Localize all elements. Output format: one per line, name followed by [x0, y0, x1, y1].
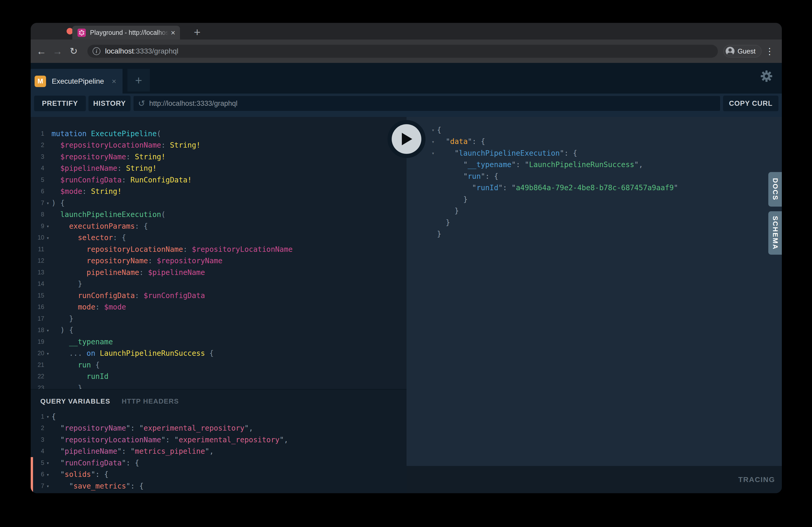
- code-line[interactable]: 1▾{: [31, 411, 407, 423]
- code-line[interactable]: 17 }: [31, 313, 407, 325]
- fold-arrow-icon[interactable]: ▾: [44, 235, 52, 241]
- gutter-marker: [31, 232, 33, 244]
- code-text: }: [437, 218, 450, 227]
- new-session-tab-button[interactable]: +: [128, 69, 150, 91]
- line-number: 22: [33, 373, 44, 380]
- gutter-marker: [31, 480, 33, 492]
- code-text: pipelineName: $pipelineName: [52, 268, 205, 277]
- fold-arrow-icon[interactable]: ▾: [44, 328, 52, 333]
- code-text: ... on LaunchPipelineRunSuccess {: [52, 349, 214, 358]
- fold-arrow-icon[interactable]: ▾: [44, 460, 52, 466]
- fold-arrow-icon[interactable]: ▾: [44, 350, 52, 356]
- gutter-marker: [31, 220, 33, 232]
- execute-query-button[interactable]: [388, 120, 425, 158]
- forward-icon[interactable]: →: [53, 46, 62, 56]
- gutter-marker: [31, 151, 33, 163]
- json-line: "run": {: [407, 170, 782, 182]
- code-line[interactable]: 6 $mode: String!: [31, 186, 407, 197]
- fold-arrow-icon[interactable]: ▾: [429, 127, 437, 133]
- code-text: {: [437, 126, 441, 134]
- fold-arrow-icon[interactable]: ▾: [44, 223, 52, 229]
- code-line[interactable]: 3 "repositoryLocationName": "experimenta…: [31, 434, 407, 446]
- prettify-button[interactable]: PRETTIFY: [34, 96, 86, 111]
- code-line[interactable]: 23 }: [31, 382, 407, 389]
- code-line[interactable]: 5 $runConfigData: RunConfigData!: [31, 174, 407, 186]
- code-line[interactable]: 4 "pipelineName": "metrics_pipeline",: [31, 446, 407, 457]
- endpoint-input[interactable]: ↺ http://localhost:3333/graphql: [133, 96, 721, 111]
- gutter-marker: [31, 371, 33, 382]
- session-tab-close-icon[interactable]: ×: [112, 77, 116, 86]
- code-line[interactable]: 7▾) {: [31, 197, 407, 209]
- query-editor-pane: 1mutation ExecutePipeline(2 $repositoryL…: [31, 117, 407, 493]
- code-line[interactable]: 18▾ ) {: [31, 325, 407, 336]
- site-info-icon[interactable]: i: [92, 47, 100, 55]
- fold-arrow-icon[interactable]: ▾: [429, 150, 437, 156]
- address-bar[interactable]: i localhost:3333/graphql: [87, 45, 718, 58]
- code-line[interactable]: 9▾ executionParams: {: [31, 220, 407, 232]
- code-line[interactable]: 21 run {: [31, 359, 407, 371]
- code-line[interactable]: 12 repositoryName: $repositoryName: [31, 255, 407, 267]
- gutter-marker: [31, 197, 33, 209]
- docs-side-tab[interactable]: DOCS: [768, 172, 782, 207]
- copy-curl-button[interactable]: COPY CURL: [723, 96, 779, 111]
- line-number: 17: [33, 315, 44, 322]
- code-line[interactable]: 7▾ "save_metrics": {: [31, 480, 407, 492]
- profile-button[interactable]: Guest: [723, 45, 762, 57]
- code-line[interactable]: 10▾ selector: {: [31, 232, 407, 244]
- fold-arrow-icon[interactable]: ▾: [429, 139, 437, 145]
- gutter-marker: [31, 411, 33, 423]
- browser-tab-close-icon[interactable]: ×: [171, 29, 175, 36]
- code-line[interactable]: 15 runConfigData: $runConfigData: [31, 290, 407, 301]
- tab-query-variables[interactable]: QUERY VARIABLES: [40, 397, 110, 405]
- settings-gear-icon[interactable]: [760, 70, 772, 82]
- fold-arrow-icon[interactable]: ▾: [44, 200, 52, 206]
- gutter-marker: [31, 128, 33, 139]
- code-line[interactable]: 6▾ "solids": {: [31, 469, 407, 481]
- code-line[interactable]: 14 }: [31, 278, 407, 290]
- gutter-marker: [31, 174, 33, 186]
- code-line[interactable]: 1mutation ExecutePipeline(: [31, 128, 407, 139]
- code-text: selector: {: [52, 234, 126, 242]
- line-number: 15: [33, 292, 44, 299]
- code-line[interactable]: 3 $repositoryName: String!: [31, 151, 407, 163]
- gutter-marker: [31, 469, 33, 481]
- code-line[interactable]: 8 launchPipelineExecution(: [31, 209, 407, 221]
- json-line: ▾ "data": {: [407, 136, 782, 148]
- fold-arrow-icon[interactable]: ▾: [44, 472, 52, 477]
- gutter-marker: [31, 163, 33, 175]
- code-text: }: [52, 314, 73, 323]
- line-number: 23: [33, 385, 44, 389]
- query-editor[interactable]: 1mutation ExecutePipeline(2 $repositoryL…: [31, 117, 407, 389]
- session-tab-executepipeline[interactable]: M ExecutePipeline ×: [31, 69, 122, 93]
- tab-http-headers[interactable]: HTTP HEADERS: [122, 397, 179, 405]
- code-line[interactable]: 16 mode: $mode: [31, 301, 407, 313]
- line-number: 21: [33, 361, 44, 368]
- fold-arrow-icon[interactable]: ▾: [44, 414, 52, 419]
- code-line[interactable]: 20▾ ... on LaunchPipelineRunSuccess {: [31, 348, 407, 359]
- code-line[interactable]: 4 $pipelineName: String!: [31, 163, 407, 175]
- code-text: "run": {: [437, 172, 498, 181]
- code-line[interactable]: 19 __typename: [31, 336, 407, 348]
- fold-arrow-icon[interactable]: ▾: [44, 483, 52, 489]
- new-tab-button[interactable]: +: [190, 27, 204, 39]
- code-line[interactable]: 13 pipelineName: $pipelineName: [31, 267, 407, 278]
- back-icon[interactable]: ←: [37, 46, 46, 56]
- line-number: 2: [33, 141, 44, 149]
- gutter-marker: [31, 313, 33, 325]
- browser-tab[interactable]: Playground - http://localhost:33 ×: [72, 26, 180, 40]
- line-number: 6: [33, 471, 44, 478]
- browser-menu-icon[interactable]: ⋮: [765, 47, 774, 56]
- schema-side-tab[interactable]: SCHEMA: [768, 211, 782, 255]
- code-line[interactable]: 2 "repositoryName": "experimental_reposi…: [31, 423, 407, 434]
- code-line[interactable]: 22 runId: [31, 371, 407, 382]
- code-line[interactable]: 5▾ "runConfigData": {: [31, 457, 407, 469]
- variables-editor[interactable]: 1▾{2 "repositoryName": "experimental_rep…: [31, 411, 407, 492]
- code-line[interactable]: 11 repositoryLocationName: $repositoryLo…: [31, 243, 407, 255]
- code-line[interactable]: 2 $repositoryLocationName: String!: [31, 139, 407, 151]
- line-number: 5: [33, 177, 44, 183]
- reload-icon[interactable]: ↻: [70, 46, 77, 56]
- history-button[interactable]: HISTORY: [88, 96, 131, 111]
- line-number: 2: [33, 425, 44, 432]
- tracing-label[interactable]: TRACING: [738, 476, 775, 484]
- gutter-marker: [31, 382, 33, 389]
